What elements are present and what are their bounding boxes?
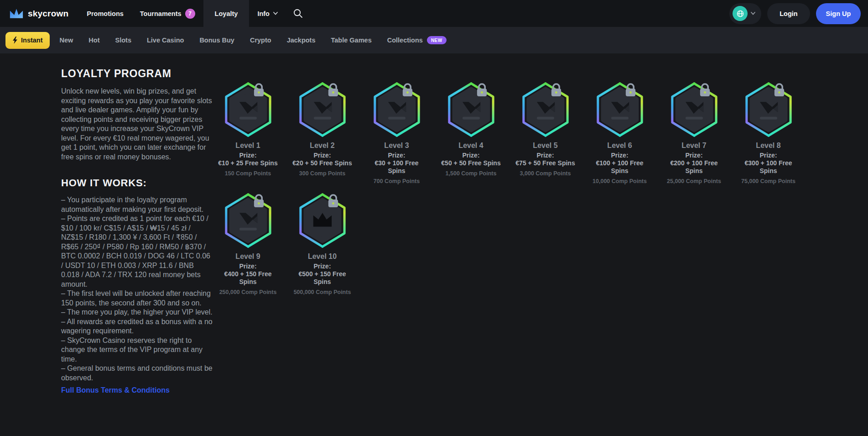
- nav-label: Loyalty: [215, 10, 238, 17]
- full-bonus-terms-link[interactable]: Full Bonus Terms & Conditions: [61, 386, 170, 394]
- nav-item-info[interactable]: Info: [249, 0, 286, 27]
- level-name: Level 5: [508, 142, 582, 150]
- level-card: Level 4 Prize: €50 + 50 Free Spins 1,500…: [434, 81, 508, 185]
- search-button[interactable]: [286, 9, 310, 18]
- lock-icon: [328, 84, 338, 96]
- rule-item: – The more you play, the higher your VIP…: [61, 308, 213, 317]
- subnav-item-jackpots[interactable]: Jackpots: [279, 37, 323, 44]
- prize-value: €200 + 100 Free Spins: [664, 159, 725, 175]
- level-badge: [371, 81, 422, 138]
- chevron-down-icon: [273, 12, 278, 15]
- prize-label: Prize:: [664, 152, 725, 159]
- nav-label: Info: [257, 10, 270, 17]
- prize-label: Prize:: [515, 152, 576, 159]
- subnav-item-hot[interactable]: Hot: [81, 37, 107, 44]
- nav-label: Promotions: [87, 10, 124, 17]
- language-selector[interactable]: [729, 3, 761, 24]
- prize-value: €100 + 100 Free Spins: [589, 159, 650, 175]
- subnav-item-slots[interactable]: Slots: [108, 37, 139, 44]
- comp-points: 250,000 Comp Points: [219, 289, 277, 296]
- chevron-down-icon: [751, 12, 755, 15]
- level-card: Level 2 Prize: €20 + 50 Free Spins 300 C…: [285, 81, 359, 185]
- comp-points: 25,000 Comp Points: [665, 178, 723, 185]
- nav-label: Tournaments: [140, 10, 182, 17]
- subnav-item-instant[interactable]: Instant: [5, 32, 50, 49]
- prize-value: €50 + 50 Free Spins: [441, 159, 502, 167]
- crown-logo-icon: [9, 8, 24, 19]
- comp-points: 3,000 Comp Points: [517, 170, 574, 177]
- level-name: Level 2: [285, 142, 359, 150]
- search-icon: [293, 9, 303, 18]
- globe-icon: [736, 10, 744, 18]
- level-card: Level 7 Prize: €200 + 100 Free Spins 25,…: [657, 81, 731, 185]
- prize-value: €20 + 50 Free Spins: [292, 159, 353, 167]
- lightning-icon: [12, 37, 18, 44]
- subnav-item-bonus-buy[interactable]: Bonus Buy: [192, 37, 242, 44]
- subnav-item-label: Hot: [88, 37, 99, 44]
- level-card: Level 5 Prize: €75 + 50 Free Spins 3,000…: [508, 81, 582, 185]
- language-circle: [733, 6, 748, 21]
- level-card: Level 9 Prize: €400 + 150 Free Spins 250…: [211, 192, 285, 296]
- prize-label: Prize:: [441, 152, 502, 159]
- lock-icon: [774, 84, 784, 96]
- rule-item: – The first level will be unlocked after…: [61, 289, 213, 308]
- subnav-item-new[interactable]: New: [52, 37, 81, 44]
- level-prize: Prize: €100 + 100 Free Spins: [589, 152, 650, 175]
- subnav-items: InstantNewHotSlotsLive CasinoBonus BuyCr…: [0, 27, 868, 53]
- top-bar: skycrown Promotions Tournaments 7 Loyalt…: [0, 0, 868, 27]
- how-it-works-title: HOW IT WORKS:: [61, 177, 213, 189]
- level-card: Level 6 Prize: €100 + 100 Free Spins 10,…: [582, 81, 657, 185]
- nav-item-tournaments[interactable]: Tournaments 7: [132, 0, 203, 27]
- prize-label: Prize:: [738, 152, 799, 159]
- rule-item: – Points are credited as 1 point for eac…: [61, 214, 213, 289]
- level-badge: [520, 81, 571, 138]
- level-badge: [446, 81, 497, 138]
- comp-points: 1,500 Comp Points: [442, 170, 500, 177]
- level-card: Level 3 Prize: €30 + 100 Free Spins 700 …: [359, 81, 434, 185]
- nav-item-loyalty[interactable]: Loyalty: [203, 0, 249, 27]
- rule-item: – SkyCrown Casino reserves the right to …: [61, 336, 213, 364]
- prize-value: €30 + 100 Free Spins: [366, 159, 427, 175]
- prize-label: Prize:: [292, 152, 353, 159]
- brand-logo[interactable]: skycrown: [9, 8, 68, 19]
- rule-item: – All rewards are credited as a bonus wi…: [61, 317, 213, 336]
- lock-icon: [625, 84, 635, 96]
- lock-icon: [551, 84, 561, 96]
- subnav-item-label: Slots: [115, 37, 131, 44]
- prize-label: Prize:: [589, 152, 650, 159]
- level-prize: Prize: €10 + 25 Free Spins: [218, 152, 279, 167]
- signup-button[interactable]: Sign Up: [816, 3, 861, 24]
- new-badge: NEW: [427, 36, 447, 44]
- level-name: Level 6: [582, 142, 657, 150]
- prize-value: €75 + 50 Free Spins: [515, 159, 576, 167]
- level-prize: Prize: €500 + 150 Free Spins: [292, 263, 353, 286]
- level-name: Level 9: [211, 252, 285, 261]
- level-prize: Prize: €200 + 100 Free Spins: [664, 152, 725, 175]
- prize-label: Prize:: [366, 152, 427, 159]
- level-prize: Prize: €30 + 100 Free Spins: [366, 152, 427, 175]
- levels-grid: Level 1 Prize: €10 + 25 Free Spins 150 C…: [211, 81, 806, 296]
- subnav-item-crypto[interactable]: Crypto: [242, 37, 279, 44]
- tournaments-count-badge: 7: [185, 9, 195, 19]
- prize-value: €500 + 150 Free Spins: [292, 270, 353, 286]
- rule-item: – You participate in the loyalty program…: [61, 195, 213, 214]
- login-button[interactable]: Login: [767, 3, 810, 24]
- subnav-item-label: Instant: [21, 37, 43, 44]
- rule-item: – General bonus terms and conditions mus…: [61, 364, 213, 383]
- level-card: Level 8 Prize: €300 + 100 Free Spins 75,…: [731, 81, 806, 185]
- main-nav: Promotions Tournaments 7 Loyalty Info: [78, 0, 286, 27]
- level-badge: [669, 81, 720, 138]
- subnav-item-label: Crypto: [250, 37, 271, 44]
- subnav-item-live-casino[interactable]: Live Casino: [139, 37, 192, 44]
- level-prize: Prize: €300 + 100 Free Spins: [738, 152, 799, 175]
- subnav-item-label: Bonus Buy: [199, 37, 234, 44]
- subnav-item-table-games[interactable]: Table Games: [323, 37, 379, 44]
- prize-label: Prize:: [292, 263, 353, 270]
- level-card: Level 1 Prize: €10 + 25 Free Spins 150 C…: [211, 81, 285, 185]
- level-badge: [594, 81, 645, 138]
- prize-label: Prize:: [218, 152, 279, 159]
- nav-item-promotions[interactable]: Promotions: [78, 0, 132, 27]
- level-name: Level 3: [359, 142, 434, 150]
- subnav-item-collections[interactable]: CollectionsNEW: [379, 36, 454, 44]
- intro-paragraph: Unlock new levels, win big prizes, and g…: [61, 87, 213, 162]
